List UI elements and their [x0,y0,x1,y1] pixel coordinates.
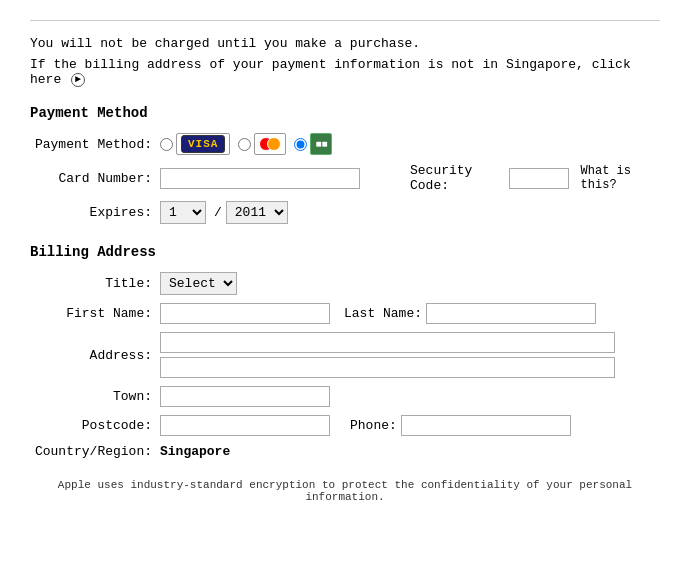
payment-method-section: Payment Method: VISA [30,133,660,224]
expires-year-select[interactable]: 2011 2012 2013 2014 2015 [226,201,288,224]
postcode-input[interactable] [160,415,330,436]
country-row: Country/Region: Singapore [30,444,660,459]
card-number-label: Card Number: [30,171,160,186]
first-name-label: First Name: [30,306,160,321]
country-value: Singapore [160,444,230,459]
country-label: Country/Region: [30,444,160,459]
address-line1-input[interactable] [160,332,615,353]
billing-address-section: Title: Select Mr Mrs Ms Dr First Name: L… [30,272,660,459]
visa-radio[interactable] [160,138,173,151]
circle-arrow-icon[interactable]: ► [71,73,85,87]
billing-address-message: If the billing address of your payment i… [30,57,660,87]
address-line2-input[interactable] [160,357,615,378]
title-label: Title: [30,276,160,291]
town-input[interactable] [160,386,330,407]
no-charge-message: You will not be charged until you make a… [30,36,660,51]
phone-input[interactable] [401,415,571,436]
footer-note: Apple uses industry-standard encryption … [30,479,660,503]
payment-method-row: Payment Method: VISA [30,133,660,155]
first-name-input[interactable] [160,303,330,324]
security-code-group: Security Code: What is this? [410,163,660,193]
town-row: Town: [30,386,660,407]
greencard-image: ■■ [310,133,332,155]
phone-label: Phone: [350,418,397,433]
security-code-input[interactable] [509,168,569,189]
mastercard-radio[interactable] [238,138,251,151]
slash-separator: / [214,205,222,220]
title-select[interactable]: Select Mr Mrs Ms Dr [160,272,237,295]
mc-circle-right [267,137,281,151]
visa-card-image: VISA [176,133,230,155]
address-row: Address: [30,332,660,378]
title-row: Title: Select Mr Mrs Ms Dr [30,272,660,295]
mastercard-radio-item [238,133,286,155]
mastercard-circles [259,137,281,151]
expires-inputs: 1 2 3 4 5 6 7 8 9 10 11 12 / 2011 2012 2… [160,201,292,224]
greencard-radio[interactable] [294,138,307,151]
expires-row: Expires: 1 2 3 4 5 6 7 8 9 10 11 12 / 20… [30,201,660,224]
security-code-label: Security Code: [410,163,503,193]
payment-radio-group: VISA ■■ [160,133,332,155]
address-inputs [160,332,615,378]
greencard-logo: ■■ [315,139,327,150]
last-name-label: Last Name: [344,306,422,321]
payment-method-label: Payment Method: [30,137,160,152]
card-number-row: Card Number: Security Code: What is this… [30,163,660,193]
address-label: Address: [30,348,160,363]
town-label: Town: [30,389,160,404]
name-row: First Name: Last Name: [30,303,660,324]
mastercard-image [254,133,286,155]
visa-radio-item: VISA [160,133,230,155]
card-number-input[interactable] [160,168,360,189]
card-number-group: Card Number: [30,168,360,189]
payment-method-title: Payment Method [30,105,660,121]
greencard-radio-item: ■■ [294,133,332,155]
visa-logo: VISA [181,135,225,153]
billing-address-title: Billing Address [30,244,660,260]
what-is-this-link[interactable]: What is this? [581,164,660,192]
postcode-label: Postcode: [30,418,160,433]
expires-label: Expires: [30,205,160,220]
postcode-phone-row: Postcode: Phone: [30,415,660,436]
last-name-input[interactable] [426,303,596,324]
expires-month-select[interactable]: 1 2 3 4 5 6 7 8 9 10 11 12 [160,201,206,224]
